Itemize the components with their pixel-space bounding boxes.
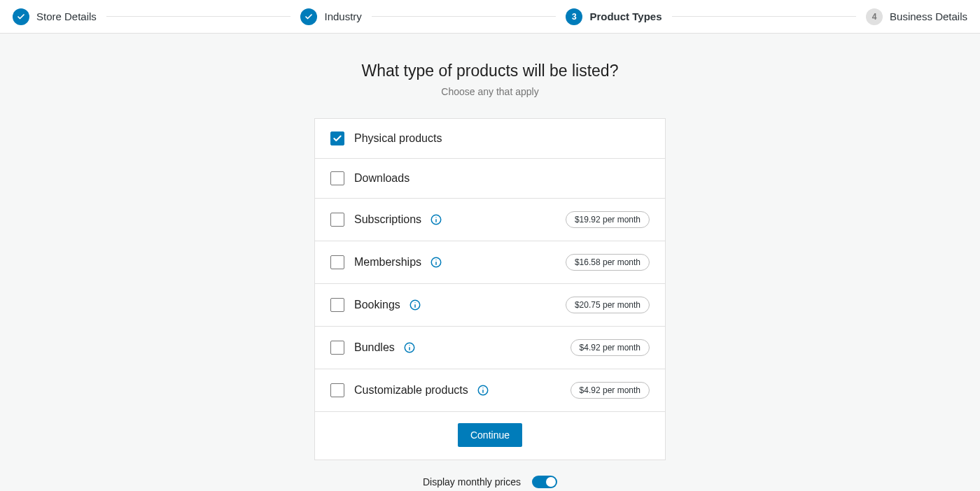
option-label: Bundles xyxy=(354,341,395,354)
option-memberships[interactable]: Memberships $16.58 per month xyxy=(315,241,665,284)
step-divider xyxy=(106,16,291,17)
stepper: Store Details Industry 3 Product Types 4… xyxy=(0,0,980,34)
option-physical-products[interactable]: Physical products xyxy=(315,119,665,159)
continue-wrap: Continue xyxy=(315,412,665,460)
step-industry[interactable]: Industry xyxy=(300,8,361,25)
option-label: Memberships xyxy=(354,256,421,269)
step-business-details[interactable]: 4 Business Details xyxy=(866,8,967,25)
monthly-prices-toggle[interactable] xyxy=(532,476,557,488)
svg-point-8 xyxy=(414,302,415,303)
step-divider xyxy=(672,16,857,17)
checkbox[interactable] xyxy=(330,131,344,145)
step-label: Store Details xyxy=(36,10,97,22)
checkbox[interactable] xyxy=(330,255,344,269)
continue-button[interactable]: Continue xyxy=(458,423,522,447)
checkbox[interactable] xyxy=(330,171,344,185)
page-title: What type of products will be listed? xyxy=(362,62,619,80)
step-divider xyxy=(372,16,556,17)
step-store-details[interactable]: Store Details xyxy=(13,8,97,25)
option-label: Downloads xyxy=(354,172,410,185)
option-label: Bookings xyxy=(354,299,400,311)
toggle-label: Display monthly prices xyxy=(423,476,521,488)
checkbox[interactable] xyxy=(330,213,344,227)
svg-point-14 xyxy=(482,387,483,388)
monthly-toggle-row: Display monthly prices xyxy=(423,476,557,488)
info-icon[interactable] xyxy=(403,341,416,354)
price-pill: $16.58 per month xyxy=(566,254,650,271)
option-customizable-products[interactable]: Customizable products $4.92 per month xyxy=(315,369,665,412)
step-label: Industry xyxy=(324,10,361,22)
info-icon[interactable] xyxy=(430,256,442,269)
checkbox[interactable] xyxy=(330,383,344,397)
info-icon[interactable] xyxy=(409,299,421,311)
price-pill: $4.92 per month xyxy=(570,339,650,356)
checkbox[interactable] xyxy=(330,298,344,312)
options-card: Physical products Downloads Subscription… xyxy=(314,118,666,460)
main: What type of products will be listed? Ch… xyxy=(0,34,980,488)
step-product-types[interactable]: 3 Product Types xyxy=(566,8,662,25)
check-circle-icon xyxy=(300,8,317,25)
option-bookings[interactable]: Bookings $20.75 per month xyxy=(315,284,665,327)
info-icon[interactable] xyxy=(477,384,489,397)
svg-point-11 xyxy=(409,345,410,346)
checkbox[interactable] xyxy=(330,341,344,355)
step-number-icon: 4 xyxy=(866,8,883,25)
price-pill: $19.92 per month xyxy=(566,211,650,228)
svg-point-2 xyxy=(435,217,436,218)
price-pill: $20.75 per month xyxy=(566,297,650,313)
option-label: Customizable products xyxy=(354,384,468,397)
svg-point-5 xyxy=(435,259,436,260)
option-bundles[interactable]: Bundles $4.92 per month xyxy=(315,327,665,369)
check-circle-icon xyxy=(13,8,29,25)
option-label: Physical products xyxy=(354,132,442,145)
step-number-icon: 3 xyxy=(566,8,582,25)
option-downloads[interactable]: Downloads xyxy=(315,159,665,199)
page-subtitle: Choose any that apply xyxy=(441,86,538,97)
step-label: Business Details xyxy=(890,10,967,22)
option-subscriptions[interactable]: Subscriptions $19.92 per month xyxy=(315,199,665,241)
price-pill: $4.92 per month xyxy=(570,382,650,399)
option-label: Subscriptions xyxy=(354,213,421,226)
info-icon[interactable] xyxy=(430,213,442,226)
step-label: Product Types xyxy=(589,10,662,22)
